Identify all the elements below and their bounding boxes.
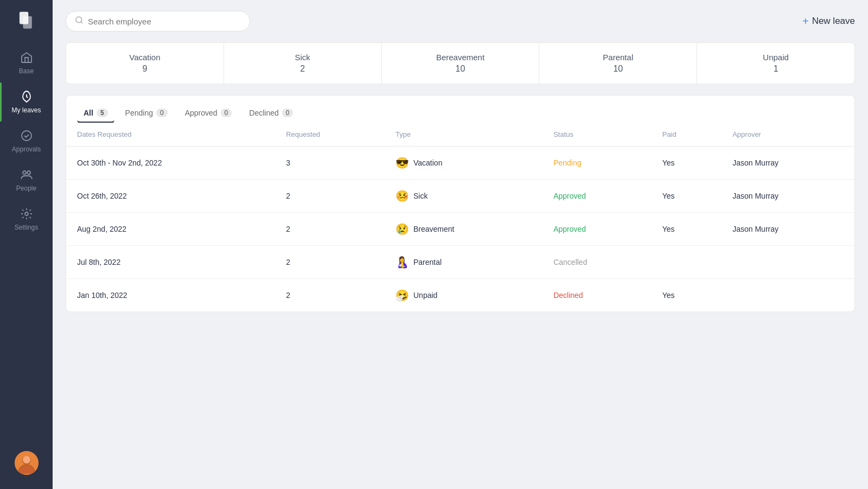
- cell-dates-1: Oct 26th, 2022: [66, 180, 275, 213]
- stat-value-vacation: 9: [79, 64, 210, 74]
- cell-type-4: 🤧 Unpaid: [385, 279, 542, 312]
- filter-declined-label: Declined: [249, 109, 278, 117]
- leave-table-wrapper: Dates Requested Requested Type Status Pa…: [66, 123, 855, 312]
- sidebar-item-people-label: People: [16, 185, 36, 192]
- cell-requested-3: 2: [275, 246, 385, 279]
- search-input[interactable]: [88, 17, 241, 26]
- app-logo[interactable]: [15, 9, 39, 33]
- stat-card-vacation[interactable]: Vacation 9: [66, 43, 224, 84]
- filter-pending-label: Pending: [125, 109, 153, 117]
- type-emoji-4: 🤧: [395, 289, 409, 302]
- cell-approver-3: [722, 246, 854, 279]
- cell-approver-2: Jason Murray: [722, 213, 854, 246]
- type-label-2: Breavement: [413, 225, 454, 233]
- filter-all-badge: 5: [97, 109, 108, 117]
- type-emoji-3: 🤱: [395, 256, 409, 269]
- filter-all-label: All: [84, 109, 93, 117]
- cell-paid-3: [652, 246, 722, 279]
- filter-tab-all[interactable]: All 5: [77, 104, 114, 123]
- cell-status-4: Declined: [542, 279, 652, 312]
- search-icon: [75, 16, 84, 27]
- stat-label-sick: Sick: [237, 53, 368, 62]
- cell-requested-4: 2: [275, 279, 385, 312]
- user-avatar[interactable]: [15, 451, 39, 475]
- cell-status-0: Pending: [542, 147, 652, 180]
- table-row[interactable]: Jan 10th, 2022 2 🤧 Unpaid Declined Yes: [66, 279, 854, 312]
- cell-approver-0: Jason Murray: [722, 147, 854, 180]
- stat-label-parental: Parental: [552, 53, 684, 62]
- type-label-0: Vacation: [413, 158, 442, 167]
- type-emoji-2: 😢: [395, 223, 409, 236]
- stat-card-parental[interactable]: Parental 10: [539, 43, 697, 84]
- stat-value-parental: 10: [552, 64, 684, 74]
- type-emoji-0: 😎: [395, 156, 409, 169]
- sidebar-item-base[interactable]: Base: [0, 43, 53, 82]
- cell-requested-2: 2: [275, 213, 385, 246]
- stat-value-unpaid: 1: [710, 64, 841, 74]
- sidebar-item-my-leaves[interactable]: My leaves: [0, 82, 53, 122]
- svg-point-9: [76, 17, 82, 23]
- cell-type-0: 😎 Vacation: [385, 147, 542, 180]
- svg-point-2: [22, 131, 31, 141]
- cell-type-1: 🤒 Sick: [385, 180, 542, 213]
- new-leave-label: New leave: [812, 16, 855, 27]
- sidebar-item-approvals-label: Approvals: [12, 145, 41, 153]
- cell-type-3: 🤱 Parental: [385, 246, 542, 279]
- plus-icon: +: [802, 15, 809, 28]
- col-status: Status: [542, 123, 652, 147]
- cell-type-2: 😢 Breavement: [385, 213, 542, 246]
- svg-point-8: [23, 456, 30, 463]
- table-row[interactable]: Oct 30th - Nov 2nd, 2022 3 😎 Vacation Pe…: [66, 147, 854, 180]
- cell-paid-2: Yes: [652, 213, 722, 246]
- filter-pending-badge: 0: [156, 109, 168, 117]
- stat-value-sick: 2: [237, 64, 368, 74]
- type-label-1: Sick: [413, 192, 427, 200]
- svg-point-4: [27, 171, 30, 174]
- new-leave-button[interactable]: + New leave: [802, 15, 855, 28]
- stat-card-unpaid[interactable]: Unpaid 1: [697, 43, 854, 84]
- col-requested: Requested: [275, 123, 385, 147]
- type-label-3: Parental: [413, 258, 442, 266]
- cell-approver-4: [722, 279, 854, 312]
- filter-tab-declined[interactable]: Declined 0: [242, 104, 299, 123]
- filter-tabs: All 5 Pending 0 Approved 0 Declined 0: [66, 95, 855, 123]
- stat-card-bereavement[interactable]: Bereavement 10: [382, 43, 540, 84]
- table-row[interactable]: Oct 26th, 2022 2 🤒 Sick Approved Yes Jas…: [66, 180, 854, 213]
- svg-point-5: [25, 212, 28, 215]
- sidebar-item-approvals[interactable]: Approvals: [0, 122, 53, 161]
- stat-card-sick[interactable]: Sick 2: [224, 43, 382, 84]
- sidebar-item-settings-label: Settings: [15, 224, 38, 231]
- table-row[interactable]: Aug 2nd, 2022 2 😢 Breavement Approved Ye…: [66, 213, 854, 246]
- col-paid: Paid: [652, 123, 722, 147]
- filter-tab-approved[interactable]: Approved 0: [178, 104, 239, 123]
- stat-label-vacation: Vacation: [79, 53, 210, 62]
- col-type: Type: [385, 123, 542, 147]
- sidebar-item-settings[interactable]: Settings: [0, 200, 53, 239]
- cell-requested-0: 3: [275, 147, 385, 180]
- cell-dates-4: Jan 10th, 2022: [66, 279, 275, 312]
- sidebar-item-people[interactable]: People: [0, 161, 53, 200]
- sidebar-item-base-label: Base: [19, 67, 34, 75]
- main-content: + New leave Vacation 9 Sick 2 Bereavemen…: [53, 0, 868, 489]
- table-row[interactable]: Jul 8th, 2022 2 🤱 Parental Cancelled: [66, 246, 854, 279]
- col-dates: Dates Requested: [66, 123, 275, 147]
- cell-paid-4: Yes: [652, 279, 722, 312]
- type-label-4: Unpaid: [413, 291, 437, 300]
- filter-approved-badge: 0: [221, 109, 232, 117]
- cell-status-1: Approved: [542, 180, 652, 213]
- col-approver: Approver: [722, 123, 854, 147]
- search-box[interactable]: [66, 11, 250, 31]
- stats-row: Vacation 9 Sick 2 Bereavement 10 Parenta…: [66, 42, 855, 84]
- sidebar: Base My leaves Approvals Peop: [0, 0, 53, 489]
- cell-paid-0: Yes: [652, 147, 722, 180]
- type-emoji-1: 🤒: [395, 189, 409, 202]
- filter-tab-pending[interactable]: Pending 0: [119, 104, 174, 123]
- filter-declined-badge: 0: [282, 109, 293, 117]
- cell-requested-1: 2: [275, 180, 385, 213]
- sidebar-item-my-leaves-label: My leaves: [11, 106, 41, 114]
- header-row: + New leave: [66, 11, 855, 31]
- stat-label-unpaid: Unpaid: [710, 53, 841, 62]
- leave-table: Dates Requested Requested Type Status Pa…: [66, 123, 854, 312]
- cell-dates-3: Jul 8th, 2022: [66, 246, 275, 279]
- svg-rect-1: [23, 16, 31, 29]
